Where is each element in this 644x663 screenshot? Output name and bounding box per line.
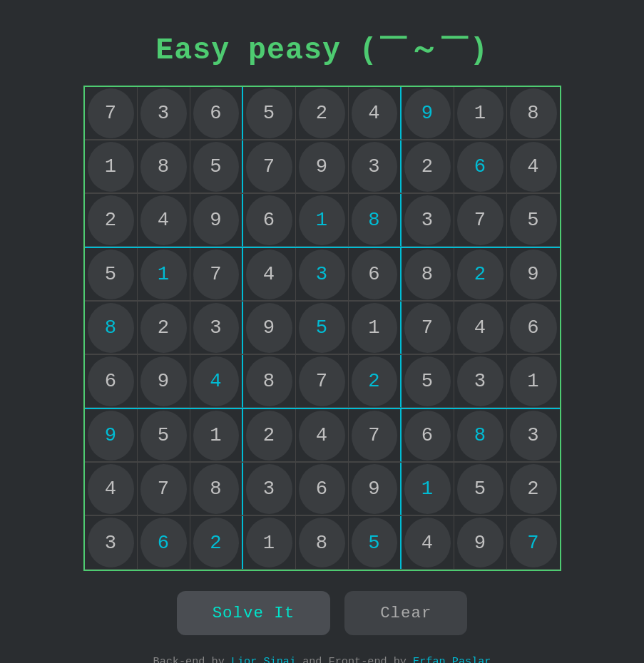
sudoku-cell[interactable]: 7: [140, 464, 187, 514]
backend-author: Lior Sinai: [231, 655, 296, 663]
sudoku-cell[interactable]: 9: [246, 303, 292, 353]
sudoku-cell[interactable]: 1: [193, 411, 239, 461]
grid-row: 478369152: [85, 463, 560, 516]
sudoku-cell[interactable]: 6: [88, 356, 134, 406]
sudoku-cell[interactable]: 5: [299, 303, 345, 353]
sudoku-cell[interactable]: 3: [299, 250, 345, 299]
sudoku-cell[interactable]: 7: [404, 303, 451, 353]
grid-row: 517436829: [85, 248, 560, 302]
sudoku-cell[interactable]: 3: [140, 88, 187, 138]
grid-row: 736524918: [85, 87, 560, 140]
sudoku-cell[interactable]: 8: [352, 195, 397, 245]
grid-row: 951247683: [85, 409, 560, 463]
sudoku-cell[interactable]: 7: [352, 411, 397, 461]
clear-button[interactable]: Clear: [344, 591, 467, 635]
sudoku-cell[interactable]: 8: [193, 464, 239, 514]
footer-prefix: Back-end by: [153, 655, 231, 663]
sudoku-cell[interactable]: 2: [88, 195, 134, 245]
sudoku-cell[interactable]: 4: [140, 195, 187, 245]
sudoku-cell[interactable]: 1: [404, 464, 451, 514]
sudoku-cell[interactable]: 9: [510, 250, 557, 299]
buttons-container: Solve It Clear: [177, 591, 468, 635]
grid-row: 694872531: [85, 355, 560, 409]
sudoku-cell[interactable]: 3: [510, 411, 557, 461]
grid-row: 823951746: [85, 302, 560, 355]
sudoku-cell[interactable]: 7: [88, 88, 134, 138]
sudoku-cell[interactable]: 8: [299, 518, 345, 567]
sudoku-cell[interactable]: 4: [193, 356, 239, 406]
sudoku-cell[interactable]: 9: [404, 88, 451, 138]
sudoku-cell[interactable]: 1: [299, 195, 345, 245]
footer: Back-end by Lior Sinai and Front-end by …: [153, 655, 491, 663]
sudoku-cell[interactable]: 6: [510, 303, 557, 353]
sudoku-cell[interactable]: 5: [457, 464, 504, 514]
sudoku-cell[interactable]: 1: [246, 518, 292, 567]
page-title: Easy peasy (￣～￣): [155, 29, 488, 68]
sudoku-cell[interactable]: 6: [246, 195, 292, 245]
sudoku-cell[interactable]: 5: [510, 195, 557, 245]
sudoku-cell[interactable]: 5: [404, 356, 451, 406]
sudoku-cell[interactable]: 7: [246, 142, 292, 192]
sudoku-cell[interactable]: 5: [140, 411, 187, 461]
sudoku-cell[interactable]: 9: [88, 411, 134, 461]
sudoku-cell[interactable]: 2: [457, 250, 504, 299]
grid-row: 362185497: [85, 516, 560, 570]
sudoku-cell[interactable]: 6: [299, 464, 345, 514]
footer-middle: and Front-end by: [296, 655, 413, 663]
sudoku-cell[interactable]: 3: [88, 518, 134, 567]
sudoku-cell[interactable]: 2: [352, 356, 397, 406]
sudoku-cell[interactable]: 4: [404, 518, 451, 567]
sudoku-cell[interactable]: 8: [246, 356, 292, 406]
sudoku-cell[interactable]: 9: [299, 142, 345, 192]
frontend-author: Erfan Paslar: [413, 655, 491, 663]
sudoku-cell[interactable]: 3: [457, 356, 504, 406]
sudoku-cell[interactable]: 3: [246, 464, 292, 514]
sudoku-cell[interactable]: 4: [457, 303, 504, 353]
sudoku-cell[interactable]: 2: [246, 411, 292, 461]
sudoku-cell[interactable]: 5: [88, 250, 134, 299]
sudoku-cell[interactable]: 7: [510, 518, 557, 567]
sudoku-cell[interactable]: 2: [140, 303, 187, 353]
sudoku-cell[interactable]: 7: [193, 250, 239, 299]
sudoku-cell[interactable]: 1: [510, 356, 557, 406]
sudoku-cell[interactable]: 4: [88, 464, 134, 514]
sudoku-cell[interactable]: 3: [404, 195, 451, 245]
sudoku-cell[interactable]: 1: [457, 88, 504, 138]
sudoku-cell[interactable]: 2: [193, 518, 239, 567]
sudoku-cell[interactable]: 2: [510, 464, 557, 514]
sudoku-cell[interactable]: 6: [404, 411, 451, 461]
sudoku-cell[interactable]: 2: [299, 88, 345, 138]
sudoku-cell[interactable]: 2: [404, 142, 451, 192]
sudoku-cell[interactable]: 8: [140, 142, 187, 192]
sudoku-grid: 7365249181857932642496183755174368298239…: [83, 86, 561, 571]
sudoku-cell[interactable]: 1: [352, 303, 397, 353]
sudoku-cell[interactable]: 8: [88, 303, 134, 353]
sudoku-cell[interactable]: 5: [352, 518, 397, 567]
sudoku-cell[interactable]: 5: [246, 88, 292, 138]
sudoku-cell[interactable]: 8: [510, 88, 557, 138]
sudoku-cell[interactable]: 4: [352, 88, 397, 138]
sudoku-cell[interactable]: 9: [457, 518, 504, 567]
sudoku-cell[interactable]: 4: [246, 250, 292, 299]
sudoku-cell[interactable]: 7: [457, 195, 504, 245]
sudoku-cell[interactable]: 7: [299, 356, 345, 406]
sudoku-cell[interactable]: 9: [140, 356, 187, 406]
sudoku-cell[interactable]: 5: [193, 142, 239, 192]
grid-row: 249618375: [85, 194, 560, 248]
sudoku-cell[interactable]: 6: [457, 142, 504, 192]
sudoku-cell[interactable]: 6: [352, 250, 397, 299]
sudoku-cell[interactable]: 4: [510, 142, 557, 192]
sudoku-cell[interactable]: 3: [193, 303, 239, 353]
solve-button[interactable]: Solve It: [177, 591, 331, 635]
sudoku-cell[interactable]: 8: [404, 250, 451, 299]
sudoku-cell[interactable]: 3: [352, 142, 397, 192]
sudoku-cell[interactable]: 8: [457, 411, 504, 461]
sudoku-cell[interactable]: 1: [88, 142, 134, 192]
sudoku-cell[interactable]: 6: [193, 88, 239, 138]
grid-row: 185793264: [85, 140, 560, 194]
sudoku-cell[interactable]: 1: [140, 250, 187, 299]
sudoku-cell[interactable]: 9: [352, 464, 397, 514]
sudoku-cell[interactable]: 4: [299, 411, 345, 461]
sudoku-cell[interactable]: 6: [140, 518, 187, 567]
sudoku-cell[interactable]: 9: [193, 195, 239, 245]
